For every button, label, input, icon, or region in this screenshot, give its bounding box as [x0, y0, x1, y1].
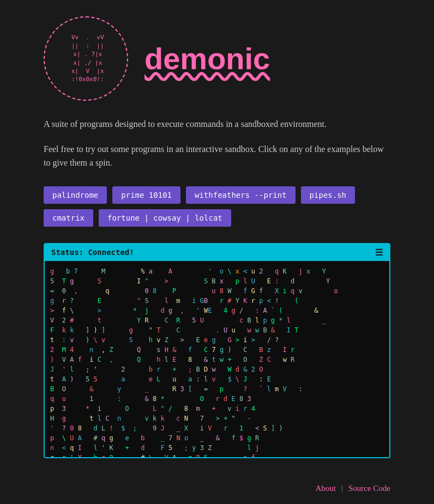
withfeathers-button[interactable]: withfeathers --print [186, 186, 296, 204]
source-code-link[interactable]: Source Code [348, 484, 390, 493]
menu-icon[interactable]: ☰ [375, 247, 383, 258]
terminal-output: g b 7 M % a A ' o \ x < u 2 q K j x Y 5 … [50, 266, 384, 457]
terminal-container: Status: Connected! ☰ g b 7 M % a A ' o \… [44, 243, 390, 458]
fortune-button[interactable]: fortune | cowsay | lolcat [99, 209, 231, 227]
terminal-status-bar: Status: Connected! ☰ [45, 244, 389, 261]
footer: About | Source Code [315, 484, 390, 493]
footer-separator: | [341, 484, 343, 493]
logo-ascii: Vv . vV || : || x| . 7|x x| ./ |x x| V |… [68, 33, 104, 83]
terminal-status-text: Status: Connected! [51, 248, 134, 257]
command-buttons: palindrome prime 10101 withfeathers --pr… [0, 170, 434, 227]
cmatrix-button[interactable]: cmatrix [44, 209, 93, 227]
logo: Vv . vV || : || x| . 7|x x| ./ |x x| V |… [44, 16, 128, 101]
header: Vv . vV || : || x| . 7|x x| ./ |x x| V |… [0, 0, 434, 112]
app-title: demonic [144, 41, 270, 76]
prime-button[interactable]: prime 10101 [112, 186, 180, 204]
pipes-button[interactable]: pipes.sh [301, 186, 355, 204]
about-link[interactable]: About [315, 484, 336, 493]
palindrome-button[interactable]: palindrome [44, 186, 107, 204]
terminal-body[interactable]: g b 7 M % a A ' o \ x < u 2 q K j x Y 5 … [45, 261, 389, 457]
app-description: A suite of programs designed to execute … [0, 112, 434, 131]
interactive-description: Feel free to try out some programs in an… [0, 131, 434, 170]
